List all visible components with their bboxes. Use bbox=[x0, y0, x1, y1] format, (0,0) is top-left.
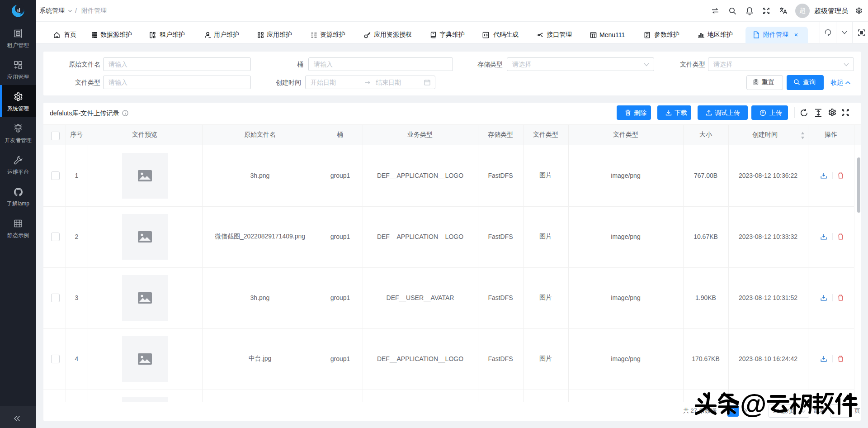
svg-text:@: @ bbox=[740, 391, 767, 417]
